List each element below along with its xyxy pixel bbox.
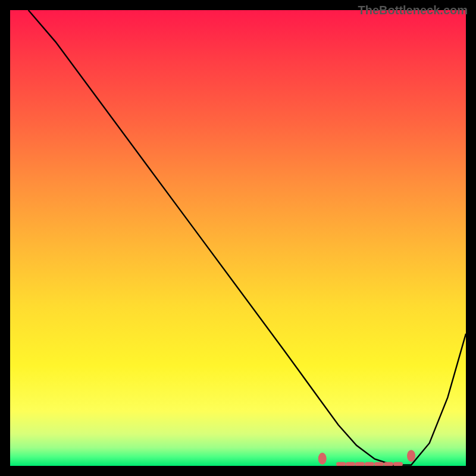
- watermark-text: TheBottleneck.com: [358, 4, 468, 17]
- series-curve: [29, 10, 466, 465]
- marker-markers-right-0: [407, 450, 415, 462]
- chart-series-group: [29, 10, 466, 465]
- marker-markers-left-0: [318, 453, 327, 465]
- chart-plot-area: [10, 10, 466, 466]
- chart-svg: [10, 10, 466, 466]
